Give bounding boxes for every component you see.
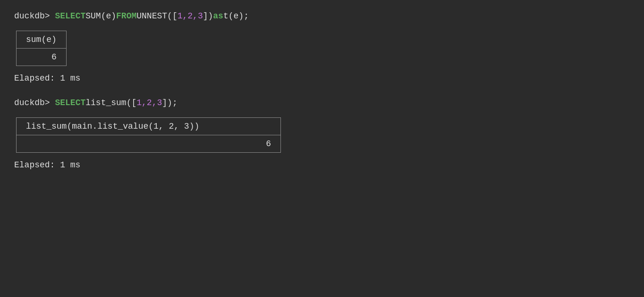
query1-part4: t(e); xyxy=(223,9,249,23)
query2-nums: 1,2,3 xyxy=(136,96,162,110)
query1-part2: UNNEST([ xyxy=(136,9,177,23)
query1-table-value: 6 xyxy=(17,48,67,66)
prompt2: duckdb> xyxy=(14,96,55,110)
query2-block: duckdb> SELECT list_sum([ 1,2,3 ]); list… xyxy=(14,96,630,170)
from-keyword-1: FROM xyxy=(116,9,136,23)
query1-part3: ]) xyxy=(203,9,213,23)
query2-part2: ]); xyxy=(162,96,177,110)
elapsed-label-2: Elapsed: xyxy=(14,160,60,170)
query2-table-value: 6 xyxy=(17,135,281,152)
query1-elapsed: Elapsed: 1 ms xyxy=(14,74,630,83)
as-keyword-1: as xyxy=(213,9,223,23)
query2-elapsed: Elapsed: 1 ms xyxy=(14,160,630,170)
query1-table-header: sum(e) xyxy=(17,31,67,48)
elapsed-value-2: 1 ms xyxy=(60,160,80,170)
prompt1: duckdb> xyxy=(14,9,55,23)
query1-nums: 1,2,3 xyxy=(178,9,203,23)
query2-result-table: list_sum(main.list_value(1, 2, 3)) 6 xyxy=(16,117,281,153)
elapsed-label-1: Elapsed: xyxy=(14,74,60,83)
query2-table-header: list_sum(main.list_value(1, 2, 3)) xyxy=(17,117,281,135)
query2-part1: list_sum([ xyxy=(85,96,136,110)
table-row: 6 xyxy=(17,135,281,152)
query1-block: duckdb> SELECT SUM(e) FROM UNNEST([ 1,2,… xyxy=(14,9,630,83)
elapsed-value-1: 1 ms xyxy=(60,74,80,83)
query1-result-table: sum(e) 6 xyxy=(16,31,67,66)
query1-prompt-line: duckdb> SELECT SUM(e) FROM UNNEST([ 1,2,… xyxy=(14,9,630,23)
select-keyword-2: SELECT xyxy=(55,96,85,110)
query2-prompt-line: duckdb> SELECT list_sum([ 1,2,3 ]); xyxy=(14,96,630,110)
table-row: 6 xyxy=(17,48,67,66)
select-keyword-1: SELECT xyxy=(55,9,85,23)
query1-part1: SUM(e) xyxy=(85,9,116,23)
